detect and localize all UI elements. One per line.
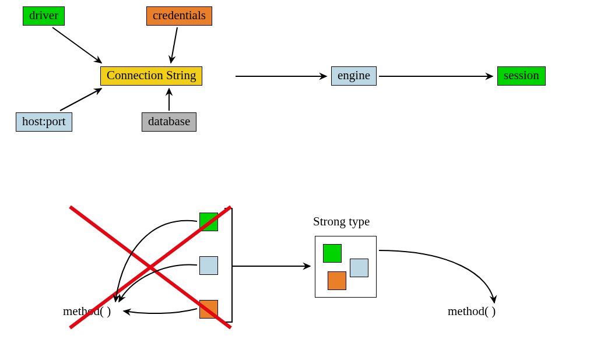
left-square-orange [199, 300, 218, 319]
node-hostport-label: host:port [22, 114, 66, 128]
strong-type-label: Strong type [313, 214, 370, 229]
node-connstr-label: Connection String [107, 68, 196, 82]
method-right-label: method( ) [448, 304, 496, 319]
arrow-driver-connstr [52, 27, 101, 63]
node-driver-label: driver [29, 8, 58, 22]
node-driver: driver [23, 6, 65, 26]
node-session-label: session [504, 68, 539, 82]
st-square-green [323, 244, 342, 263]
node-hostport: host:port [16, 112, 72, 132]
st-square-blue [350, 259, 368, 277]
curve-blue-method [119, 264, 197, 302]
curve-strongtype-method [379, 250, 494, 303]
node-credentials-label: credentials [153, 8, 206, 22]
arrow-credentials-connstr [171, 27, 177, 63]
left-square-green [199, 213, 218, 231]
left-square-blue [199, 256, 218, 275]
st-square-orange [328, 271, 346, 290]
node-engine-label: engine [338, 68, 370, 82]
node-database-label: database [148, 114, 190, 128]
node-credentials: credentials [146, 6, 212, 26]
arrow-hostport-connstr [60, 89, 101, 111]
node-database: database [142, 112, 196, 132]
method-left-label: method( ) [63, 304, 111, 319]
curve-orange-method [124, 309, 197, 313]
node-engine: engine [331, 66, 377, 86]
node-connstr: Connection String [100, 66, 202, 86]
node-session: session [497, 66, 546, 86]
curve-green-method [115, 221, 197, 302]
